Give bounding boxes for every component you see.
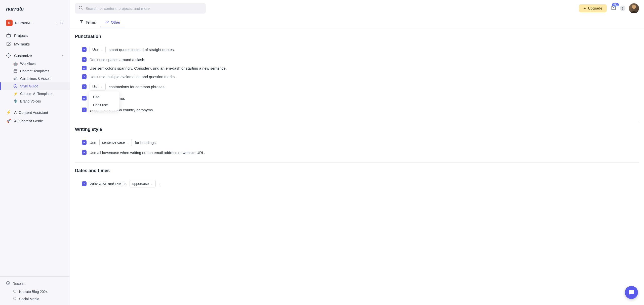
rule-select[interactable]: Use ⌄ <box>90 46 106 53</box>
nav-ai-content-assistant-label: AI Content Assistant <box>14 110 48 115</box>
workspace-name: NarratoM... <box>15 21 52 25</box>
nav-customize-label: Customize <box>14 54 32 58</box>
sidebar-item-content-templates[interactable]: Content Templates <box>0 67 70 75</box>
rule-lowercase-url: Use all lowercase when writing out an em… <box>75 148 639 157</box>
rule-checkbox[interactable] <box>82 181 87 186</box>
upgrade-button[interactable]: ✦ Upgrade <box>579 4 607 12</box>
nav-my-tasks[interactable]: My Tasks <box>0 40 70 48</box>
sidebar-item-custom-ai-templates[interactable]: ⚡ Custom AI Templates <box>0 90 70 97</box>
sidebar-item-workflows[interactable]: 🤖 Workflows <box>0 60 70 67</box>
svg-rect-5 <box>15 78 16 80</box>
tab-other[interactable]: Other <box>100 17 125 28</box>
nav-ai-content-assistant[interactable]: ⚡ AI Content Assistant <box>0 108 70 117</box>
select-value: uppercase <box>132 182 149 186</box>
topbar: ✦ Upgrade 582 ? <box>70 0 644 17</box>
section-dates-times: Dates and times Write A.M. and P.M. in u… <box>75 163 639 195</box>
rule-exclamation: Don't use multiple exclamation and quest… <box>75 72 639 81</box>
content-area: Punctuation Use ⌄ smart quotes instead o… <box>70 28 644 305</box>
notifications-count: 582 <box>612 3 619 6</box>
workspace-switcher[interactable]: N NarratoM... ⌄ ⚙ <box>0 18 70 30</box>
select-dropdown: Use Don't use <box>89 91 119 111</box>
rule-slash: Don't use spaces around a slash. <box>75 55 639 64</box>
rule-suffix: for headings. <box>135 140 157 145</box>
bolt-icon: ⚡ <box>13 92 18 96</box>
chat-fab[interactable] <box>625 286 638 299</box>
rule-checkbox[interactable] <box>82 140 87 145</box>
search-input[interactable] <box>86 6 202 11</box>
rule-prefix: Use <box>90 140 96 145</box>
search-icon <box>78 6 83 11</box>
rule-checkbox[interactable] <box>82 84 87 89</box>
recent-item[interactable]: Narrato Blog 2024 <box>0 288 70 295</box>
sidebar: narrato N NarratoM... ⌄ ⚙ Projects My Ta… <box>0 0 70 305</box>
chevron-down-icon: ⌄ <box>101 48 103 51</box>
double-check-icon <box>105 20 109 25</box>
workspace-settings-icon[interactable]: ⚙ <box>60 21 64 25</box>
assets-icon <box>13 77 18 81</box>
rule-checkbox[interactable] <box>82 150 87 155</box>
rule-suffix: . <box>159 182 160 186</box>
rule-smart-quotes: Use ⌄ smart quotes instead of straight q… <box>75 44 639 55</box>
select-value: Use <box>92 47 99 52</box>
rule-text: Don't use multiple exclamation and quest… <box>90 75 176 79</box>
rule-text: Use semicolons sparingly. Consider using… <box>90 66 227 70</box>
notifications-button[interactable]: 582 <box>611 5 616 12</box>
svg-rect-1 <box>7 34 11 37</box>
check-icon <box>6 42 11 46</box>
nav-projects-label: Projects <box>14 33 28 38</box>
rule-checkbox[interactable] <box>82 66 87 70</box>
tab-label: Terms <box>86 20 96 24</box>
section-writing-style: Writing style Use sentence case ⌄ for he… <box>75 121 639 163</box>
rule-semicolons: Use semicolons sparingly. Consider using… <box>75 64 639 72</box>
rule-select[interactable]: sentence case ⌄ <box>99 139 132 146</box>
svg-point-11 <box>632 5 636 9</box>
check-circle-icon <box>13 84 18 88</box>
rule-text: Use all lowercase when writing out an em… <box>90 150 205 155</box>
sidebar-item-label: Style Guide <box>20 84 38 88</box>
mic-icon: 🎙️ <box>13 99 18 103</box>
nav-ai-content-genie[interactable]: 🚀 AI Content Genie <box>0 117 70 125</box>
rule-select[interactable]: Use ⌄ <box>90 83 106 90</box>
select-value: Use <box>92 85 99 89</box>
nav-projects[interactable]: Projects <box>0 31 70 40</box>
nav-my-tasks-label: My Tasks <box>14 42 30 46</box>
rule-prefix: Write A.M. and P.M. in <box>90 182 127 186</box>
svg-rect-4 <box>14 79 15 80</box>
rule-checkbox[interactable] <box>82 96 87 100</box>
rule-checkbox[interactable] <box>82 108 87 112</box>
sidebar-item-guidelines-assets[interactable]: Guidelines & Assets <box>0 75 70 82</box>
dropdown-option-use[interactable]: Use <box>89 93 119 101</box>
sidebar-item-style-guide[interactable]: Style Guide <box>0 82 70 90</box>
recents-section: Recents Narrato Blog 2024 Social Media <box>0 276 70 305</box>
cube-icon <box>13 289 17 294</box>
search-box[interactable] <box>75 3 206 14</box>
select-value: sentence case <box>102 140 125 144</box>
recent-item-label: Narrato Blog 2024 <box>19 290 48 294</box>
sidebar-item-label: Custom AI Templates <box>20 92 53 96</box>
rule-select[interactable]: uppercase ⌄ <box>130 180 156 187</box>
chevron-down-icon: ⌄ <box>151 182 153 185</box>
sidebar-item-label: Brand Voices <box>20 99 41 103</box>
svg-rect-3 <box>14 70 17 73</box>
templates-icon <box>13 69 18 73</box>
rule-text: contractions for common phrases. <box>109 85 166 89</box>
section-title: Writing style <box>75 127 639 132</box>
upgrade-label: Upgrade <box>588 6 602 10</box>
user-avatar[interactable] <box>629 3 639 13</box>
workspace-badge: N <box>6 20 13 26</box>
dropdown-option-dont-use[interactable]: Don't use <box>89 101 119 109</box>
sidebar-item-label: Workflows <box>20 62 36 66</box>
logo[interactable]: narrato <box>0 0 70 18</box>
rule-checkbox[interactable] <box>82 47 87 52</box>
nav-customize[interactable]: Customize ▾ <box>0 51 70 60</box>
sidebar-item-label: Content Templates <box>20 69 49 73</box>
help-button[interactable]: ? <box>620 6 625 11</box>
chevron-down-icon: ⌄ <box>101 85 103 88</box>
sidebar-item-brand-voices[interactable]: 🎙️ Brand Voices <box>0 97 70 105</box>
rule-checkbox[interactable] <box>82 57 87 62</box>
tab-terms[interactable]: Terms <box>75 17 100 28</box>
rule-checkbox[interactable] <box>82 74 87 79</box>
recent-item[interactable]: Social Media <box>0 295 70 302</box>
workspace-dropdown-icon[interactable]: ⌄ <box>55 21 58 25</box>
clock-icon <box>6 281 10 286</box>
